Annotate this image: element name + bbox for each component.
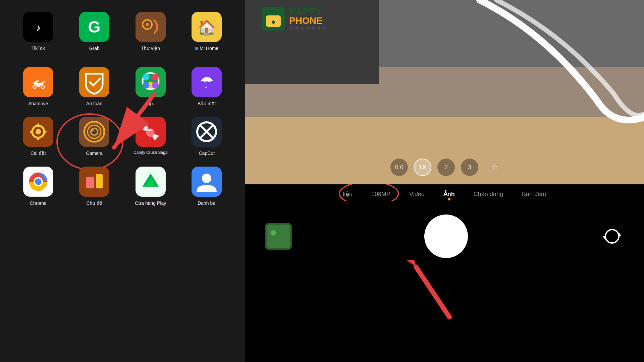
svg-point-6 [146, 23, 149, 26]
hp-icon [262, 7, 285, 31]
hp-title: HAPPY [289, 7, 326, 16]
camera-bottom: liệu 108MP Video Ảnh Chân dung Ban đêm [245, 184, 644, 362]
svg-text:☂: ☂ [200, 73, 214, 91]
baomat-icon: ☂ [192, 67, 222, 97]
flip-camera-button[interactable] [600, 225, 624, 248]
app-grid-row4: Chrome Chủ đề Cửa hàng Play [10, 162, 235, 211]
chude-icon [79, 167, 109, 197]
app-danba[interactable]: Danh bạ [179, 162, 235, 211]
svg-rect-26 [30, 131, 33, 133]
danba-icon [192, 167, 222, 197]
appstore-icon [136, 67, 166, 97]
caidat-icon [23, 117, 53, 147]
ahamove-icon: 🏍 [23, 67, 53, 97]
app-capcut[interactable]: CapCut [179, 112, 235, 161]
antoan-icon [79, 67, 109, 97]
star-btn[interactable]: ☆ [491, 163, 498, 172]
app-baomat[interactable]: ☂ Bảo mật [179, 62, 235, 112]
camera-icon [79, 117, 109, 147]
svg-line-61 [416, 267, 449, 317]
zoom-1x-btn[interactable]: 1X [414, 159, 431, 176]
candy-icon: 🍬 [136, 117, 166, 147]
svg-rect-25 [37, 137, 39, 140]
mode-lieu[interactable]: liệu [333, 190, 362, 198]
happy-phone-logo: HAPPY PHONE Di động hành phúc [262, 7, 326, 31]
svg-point-33 [92, 129, 94, 131]
zoom-3-btn[interactable]: 3 [461, 159, 478, 176]
camera-action-row [245, 208, 644, 265]
camera-viewfinder: HAPPY PHONE Di động hành phúc 0.6 1X 2 3… [245, 0, 644, 184]
svg-point-59 [272, 20, 275, 24]
app-antoan[interactable]: An toàn [66, 62, 123, 112]
app-thuvien[interactable]: Thư viện [122, 7, 179, 56]
mihome-icon: 🏠 [192, 12, 222, 42]
svg-point-53 [202, 174, 211, 183]
svg-rect-47 [86, 177, 94, 188]
zoom-06-btn[interactable]: 0.6 [390, 159, 408, 176]
mode-anh[interactable]: Ảnh [434, 190, 464, 198]
zoom-2-btn[interactable]: 2 [437, 159, 455, 176]
chrome-label: Chrome [30, 200, 47, 206]
video-arrow-annotation [406, 260, 460, 322]
grab-icon: G [79, 12, 109, 42]
zoom-controls: 0.6 1X 2 3 ☆ [390, 159, 498, 176]
svg-text:🏍: 🏍 [31, 74, 46, 91]
candy-label: Candy Crush Saga [133, 150, 167, 156]
svg-point-17 [143, 82, 149, 88]
app-grid-row3: Cài đặt Camera 🍬 [10, 112, 235, 161]
svg-rect-11 [79, 67, 109, 97]
svg-point-64 [271, 230, 276, 236]
app-chude[interactable]: Chủ đề [66, 162, 123, 211]
capcut-label: CapCut [199, 150, 215, 156]
hp-tagline: Di động hành phúc [289, 25, 326, 31]
thuvien-icon [136, 12, 166, 42]
caidat-label: Cài đặt [31, 150, 46, 156]
tiktok-icon: ♪ [23, 12, 53, 42]
app-mihome[interactable]: 🏠 Mi Home [179, 7, 235, 56]
app-chrome[interactable]: Chrome [10, 162, 66, 211]
app-ahamove[interactable]: 🏍 Ahamove [10, 62, 66, 112]
app-grid-row2: 🏍 Ahamove An toàn [10, 62, 235, 112]
shutter-button[interactable] [424, 215, 468, 258]
mode-video[interactable]: Video [400, 191, 434, 198]
svg-marker-65 [619, 232, 622, 236]
mode-bandem[interactable]: Ban đêm [513, 191, 555, 198]
app-grab[interactable]: G Grab [66, 7, 123, 56]
app-cuahang[interactable]: Cửa hàng Play [122, 162, 179, 211]
svg-point-14 [143, 74, 149, 80]
svg-rect-48 [96, 174, 103, 188]
ahamove-label: Ahamove [28, 101, 48, 107]
app-grid-row1: ♪ TikTok G Grab T [10, 7, 235, 56]
gallery-thumbnail[interactable] [265, 223, 292, 250]
divider-1 [10, 59, 235, 59]
capcut-icon [192, 117, 222, 147]
app-appstore[interactable]: App... [122, 62, 179, 112]
appstore-label: App... [144, 101, 157, 107]
cuahang-label: Cửa hàng Play [135, 200, 166, 206]
grab-label: Grab [89, 45, 100, 51]
mode-selector: liệu 108MP Video Ảnh Chân dung Ban đêm [245, 184, 644, 201]
svg-point-18 [152, 82, 159, 88]
svg-marker-66 [603, 236, 605, 240]
app-caidat[interactable]: Cài đặt [10, 112, 66, 161]
mode-108mp[interactable]: 108MP [362, 191, 400, 198]
svg-rect-27 [43, 131, 47, 133]
app-tiktok[interactable]: ♪ TikTok [10, 7, 66, 56]
baomat-label: Bảo mật [198, 101, 216, 107]
app-camera[interactable]: Camera [66, 112, 123, 161]
thuvien-label: Thư viện [141, 45, 160, 51]
svg-point-45 [35, 178, 42, 185]
antoan-label: An toàn [86, 101, 102, 107]
svg-point-23 [36, 129, 41, 134]
svg-point-15 [152, 74, 159, 80]
chude-label: Chủ đề [86, 200, 102, 206]
svg-text:G: G [88, 18, 101, 36]
right-panel: HAPPY PHONE Di động hành phúc 0.6 1X 2 3… [245, 0, 644, 362]
svg-text:🏠: 🏠 [198, 19, 216, 36]
app-candy[interactable]: 🍬 Candy Crush Saga [122, 112, 179, 161]
svg-rect-63 [267, 225, 290, 248]
mode-chandung[interactable]: Chân dung [464, 191, 513, 198]
camera-label: Camera [86, 150, 103, 156]
svg-text:🍬: 🍬 [141, 124, 160, 141]
mihome-label: Mi Home [195, 45, 218, 51]
